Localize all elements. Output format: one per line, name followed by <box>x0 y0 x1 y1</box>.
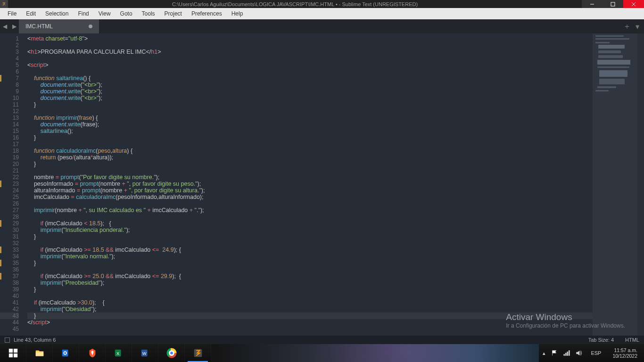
svg-rect-7 <box>8 354 12 357</box>
taskbar-explorer-icon[interactable] <box>26 344 53 362</box>
statusbar: Line 43, Column 6 Tab Size: 4 HTML <box>0 336 644 344</box>
tray-up-icon[interactable]: ▴ <box>543 350 545 356</box>
svg-rect-5 <box>8 349 12 353</box>
taskbar-word-icon[interactable]: W <box>132 344 158 362</box>
titlebar: C:\Users\Carlos Aguiluz\Documents\LOGICA… <box>0 0 644 8</box>
menu-selection[interactable]: Selection <box>41 8 73 19</box>
svg-rect-2 <box>611 2 615 6</box>
app-icon <box>0 0 8 8</box>
windows-activation-watermark: Activar Windows Ir a Configuración de PC… <box>506 312 625 329</box>
menu-goto[interactable]: Goto <box>116 8 137 19</box>
svg-rect-6 <box>13 349 17 353</box>
menu-file[interactable]: File <box>3 8 21 19</box>
menu-tools[interactable]: Tools <box>137 8 160 19</box>
tab-label: IMC.HTML <box>25 23 53 30</box>
minimap[interactable] <box>593 33 637 336</box>
menu-edit[interactable]: Edit <box>21 8 41 19</box>
taskbar-chrome-icon[interactable] <box>158 344 185 362</box>
svg-rect-27 <box>569 351 570 356</box>
status-checkbox-icon[interactable] <box>5 337 10 343</box>
taskbar-background <box>211 344 539 362</box>
gutter[interactable]: 1234567891011121314151617181920212223242… <box>0 33 23 336</box>
tray-volume-icon[interactable] <box>576 350 582 356</box>
editor[interactable]: 1234567891011121314151617181920212223242… <box>0 33 644 336</box>
tabstrip: ◀ ▶ IMC.HTML ＋ ▾ <box>0 19 644 33</box>
tab-back-icon[interactable]: ◀ <box>0 19 9 33</box>
code-area[interactable]: <meta charset="utf-8"><h1>PROGRAMA PARA … <box>23 33 593 336</box>
scrollbar-vertical[interactable] <box>637 33 644 336</box>
watermark-subtitle: Ir a Configuración de PC para activar Wi… <box>506 322 625 329</box>
watermark-title: Activar Windows <box>506 312 625 322</box>
close-button[interactable] <box>623 0 644 8</box>
tray-flag-icon[interactable] <box>551 350 558 356</box>
taskbar-sublime-icon[interactable] <box>185 344 211 362</box>
maximize-button[interactable] <box>603 0 623 8</box>
tab-menu-icon[interactable]: ▾ <box>636 22 639 31</box>
tray-clock[interactable]: 11:57 a.m. 10/12/2022 <box>610 347 640 359</box>
window-buttons <box>582 0 644 8</box>
svg-text:X: X <box>116 351 119 356</box>
menu-project[interactable]: Project <box>160 8 187 19</box>
svg-rect-26 <box>567 352 568 355</box>
status-tabsize[interactable]: Tab Size: 4 <box>588 337 614 343</box>
tray-date: 10/12/2022 <box>612 353 637 359</box>
svg-rect-25 <box>566 353 567 355</box>
taskbar: X W ▴ ESP 11:57 a.m. 10/12/2022 <box>0 344 644 362</box>
svg-text:W: W <box>142 351 146 356</box>
minimize-button[interactable] <box>582 0 603 8</box>
status-position[interactable]: Line 43, Column 6 <box>14 337 56 343</box>
start-button[interactable] <box>0 344 26 362</box>
tab-dirty-icon <box>89 25 92 28</box>
menu-preferences[interactable]: Preferences <box>187 8 227 19</box>
tray-time: 11:57 a.m. <box>612 347 637 353</box>
svg-rect-24 <box>564 354 565 356</box>
tray-language[interactable]: ESP <box>588 350 604 356</box>
status-language[interactable]: HTML <box>625 337 639 343</box>
svg-point-12 <box>64 352 66 354</box>
taskbar-outlook-icon[interactable] <box>53 344 79 362</box>
svg-rect-9 <box>35 352 43 356</box>
svg-rect-8 <box>13 354 17 357</box>
system-tray[interactable]: ▴ ESP 11:57 a.m. 10/12/2022 <box>539 344 644 362</box>
tab-forward-icon[interactable]: ▶ <box>9 19 19 33</box>
menubar: File Edit Selection Find View Goto Tools… <box>0 8 644 19</box>
taskbar-brave-icon[interactable] <box>79 344 106 362</box>
new-tab-icon[interactable]: ＋ <box>623 22 631 32</box>
menu-help[interactable]: Help <box>227 8 248 19</box>
taskbar-excel-icon[interactable]: X <box>106 344 132 362</box>
menu-find[interactable]: Find <box>73 8 93 19</box>
tray-network-icon[interactable] <box>563 350 570 356</box>
menu-view[interactable]: View <box>94 8 116 19</box>
window-title: C:\Users\Carlos Aguiluz\Documents\LOGICA… <box>8 1 582 7</box>
tab-imc-html[interactable]: IMC.HTML <box>19 19 99 33</box>
